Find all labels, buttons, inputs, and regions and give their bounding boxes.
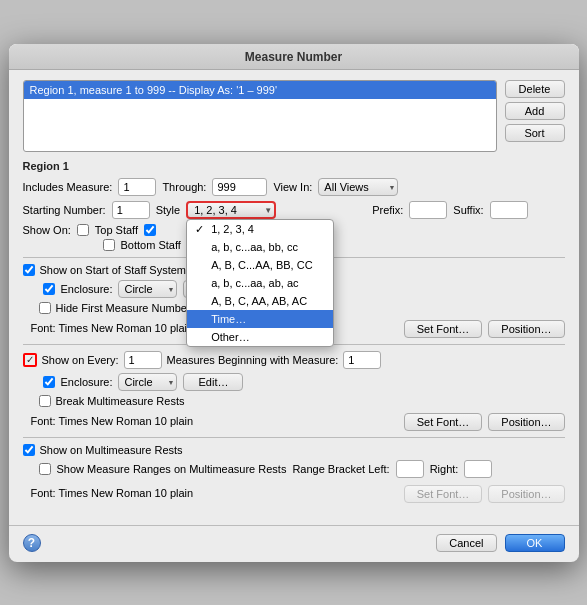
enclosure-every-select[interactable]: Circle Square None bbox=[118, 373, 177, 391]
help-button[interactable]: ? bbox=[23, 534, 41, 552]
font-every-label: Font: Times New Roman 10 plain bbox=[31, 415, 194, 427]
style-item-time[interactable]: Time… bbox=[187, 310, 332, 328]
enclosure-start-label: Enclosure: bbox=[61, 283, 113, 295]
range-bracket-right-label: Right: bbox=[430, 463, 459, 475]
includes-measure-label: Includes Measure: bbox=[23, 181, 113, 193]
style-item-abab-upper[interactable]: A, B, C, AA, AB, AC bbox=[187, 292, 332, 310]
range-bracket-left-label: Range Bracket Left: bbox=[292, 463, 389, 475]
show-every-label: Show on Every: bbox=[42, 354, 119, 366]
show-start-checkbox[interactable] bbox=[23, 264, 35, 276]
style-item-abab-lower[interactable]: a, b, c...aa, ab, ac bbox=[187, 274, 332, 292]
style-popup-menu[interactable]: 1, 2, 3, 4 a, b, c...aa, bb, cc A, B, C.… bbox=[186, 219, 333, 347]
style-dropdown-value: 1, 2, 3, 4 bbox=[194, 204, 237, 216]
top-staff-label: Top Staff bbox=[95, 224, 138, 236]
bottom-staff-checkbox[interactable] bbox=[103, 239, 115, 251]
position-start-button[interactable]: Position… bbox=[488, 320, 564, 338]
sort-button[interactable]: Sort bbox=[505, 124, 565, 142]
prefix-input[interactable] bbox=[409, 201, 447, 219]
bottom-staff-label: Bottom Staff bbox=[121, 239, 181, 251]
style-item-abc-lower[interactable]: a, b, c...aa, bb, cc bbox=[187, 238, 332, 256]
position-multimeasure-button[interactable]: Position… bbox=[488, 485, 564, 503]
hide-first-checkbox[interactable] bbox=[39, 302, 51, 314]
show-multimeasure-label: Show on Multimeasure Rests bbox=[40, 444, 183, 456]
show-start-label: Show on Start of Staff System bbox=[40, 264, 187, 276]
style-item-abc-upper[interactable]: A, B, C...AA, BB, CC bbox=[187, 256, 332, 274]
add-button[interactable]: Add bbox=[505, 102, 565, 120]
position-every-button[interactable]: Position… bbox=[488, 413, 564, 431]
font-start-label: Font: Times New Roman 10 plain bbox=[31, 322, 194, 334]
suffix-label: Suffix: bbox=[453, 204, 483, 216]
range-bracket-right-input[interactable] bbox=[464, 460, 492, 478]
top-staff-checkbox[interactable] bbox=[77, 224, 89, 236]
starting-number-input[interactable] bbox=[112, 201, 150, 219]
show-ranges-label: Show Measure Ranges on Multimeasure Rest… bbox=[57, 463, 287, 475]
break-multimeasure-checkbox[interactable] bbox=[39, 395, 51, 407]
measure-number-dialog: Measure Number Region 1, measure 1 to 99… bbox=[9, 44, 579, 562]
view-in-select[interactable]: All Views bbox=[318, 178, 398, 196]
set-font-start-button[interactable]: Set Font… bbox=[404, 320, 483, 338]
edit-every-button[interactable]: Edit… bbox=[183, 373, 243, 391]
dialog-title: Measure Number bbox=[9, 44, 579, 70]
cancel-button[interactable]: Cancel bbox=[436, 534, 496, 552]
region-list[interactable]: Region 1, measure 1 to 999 -- Display As… bbox=[23, 80, 497, 152]
enclosure-start-checkbox[interactable] bbox=[43, 283, 55, 295]
show-every-checkbox-red[interactable] bbox=[23, 353, 37, 367]
includes-measure-input[interactable] bbox=[118, 178, 156, 196]
through-input[interactable] bbox=[212, 178, 267, 196]
show-multimeasure-checkbox[interactable] bbox=[23, 444, 35, 456]
break-multimeasure-label: Break Multimeasure Rests bbox=[56, 395, 185, 407]
range-bracket-left-input[interactable] bbox=[396, 460, 424, 478]
measures-label: Measures Beginning with Measure: bbox=[167, 354, 339, 366]
region-list-item[interactable]: Region 1, measure 1 to 999 -- Display As… bbox=[24, 81, 496, 99]
prefix-label: Prefix: bbox=[372, 204, 403, 216]
ok-button[interactable]: OK bbox=[505, 534, 565, 552]
show-ranges-checkbox[interactable] bbox=[39, 463, 51, 475]
starting-number-label: Starting Number: bbox=[23, 204, 106, 216]
view-in-label: View In: bbox=[273, 181, 312, 193]
measures-input[interactable] bbox=[343, 351, 381, 369]
set-font-multimeasure-button[interactable]: Set Font… bbox=[404, 485, 483, 503]
style-dropdown[interactable]: 1, 2, 3, 4 ▼ bbox=[186, 201, 276, 219]
show-on-label: Show On: bbox=[23, 224, 71, 236]
delete-button[interactable]: Delete bbox=[505, 80, 565, 98]
font-multimeasure-label: Font: Times New Roman 10 plain bbox=[31, 487, 194, 499]
show-every-input[interactable] bbox=[124, 351, 162, 369]
show-on-every-checkbox-top[interactable] bbox=[144, 224, 156, 236]
region-label: Region 1 bbox=[23, 160, 565, 172]
style-dropdown-arrow: ▼ bbox=[264, 205, 272, 214]
set-font-every-button[interactable]: Set Font… bbox=[404, 413, 483, 431]
enclosure-start-select[interactable]: Circle Square None bbox=[118, 280, 177, 298]
enclosure-every-label: Enclosure: bbox=[61, 376, 113, 388]
enclosure-every-checkbox[interactable] bbox=[43, 376, 55, 388]
style-item-other[interactable]: Other… bbox=[187, 328, 332, 346]
suffix-input[interactable] bbox=[490, 201, 528, 219]
through-label: Through: bbox=[162, 181, 206, 193]
style-label: Style bbox=[156, 204, 180, 216]
style-item-1234[interactable]: 1, 2, 3, 4 bbox=[187, 220, 332, 238]
